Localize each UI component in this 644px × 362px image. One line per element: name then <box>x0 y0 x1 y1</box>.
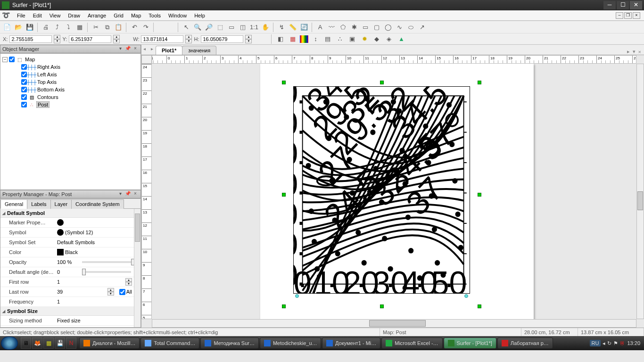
prop-pin-button[interactable]: 📌 <box>124 191 131 197</box>
prop-row[interactable]: Symbol size0.150 cm <box>0 326 134 327</box>
task-button[interactable]: Metodicheskie_u… <box>260 337 321 349</box>
ruler-horizontal[interactable]: -101234567891011121314151617181920212223… <box>152 55 636 64</box>
prop-tab-labels[interactable]: Labels <box>27 199 50 209</box>
handle-nw[interactable] <box>282 81 286 84</box>
rounded-rect-tool[interactable]: ▢ <box>372 22 382 33</box>
menu-file[interactable]: File <box>13 12 29 19</box>
open-button[interactable]: 📂 <box>13 22 24 33</box>
task-button[interactable]: Документ1 - Mi… <box>322 337 380 349</box>
menu-draw[interactable]: Draw <box>64 12 84 19</box>
save-button[interactable]: 💾 <box>25 22 35 33</box>
x-spinner[interactable]: ▲▼ <box>54 35 60 43</box>
prop-row[interactable]: ColorBlack <box>0 247 134 257</box>
spline-area-tool[interactable]: ⬭ <box>405 22 416 33</box>
task-button[interactable]: Microsoft Excel -… <box>381 337 442 349</box>
handle-e[interactable] <box>478 193 481 197</box>
handle-w[interactable] <box>282 193 286 197</box>
w-spinner[interactable]: ▲▼ <box>185 35 192 43</box>
prop-group-symbol-size[interactable]: ◢Symbol Size <box>0 307 134 316</box>
map-wireframe-button[interactable]: ▤ <box>322 34 333 44</box>
plot-viewport[interactable]: 01020304050 0102030405060 24.52729.53234… <box>152 64 636 319</box>
mdi-close-button[interactable]: × <box>633 12 640 19</box>
task-button[interactable]: Лаборатная р… <box>497 337 553 349</box>
map-contour-button[interactable]: ◧ <box>275 34 286 44</box>
prop-group-default-symbol[interactable]: ◢Default Symbol <box>0 209 134 218</box>
prop-close-button[interactable]: × <box>132 191 139 197</box>
expand-icon[interactable]: − <box>2 57 8 62</box>
prop-row[interactable]: Sizing methodFixed size <box>0 316 134 326</box>
tab-plot1[interactable]: Plot1* <box>156 46 182 55</box>
tree-item-post[interactable]: ∴Post <box>15 101 139 108</box>
prop-menu-button[interactable]: ▾ <box>117 191 124 197</box>
rotate-se[interactable] <box>464 294 468 298</box>
actual-size-tool[interactable]: 1:1 <box>249 22 259 33</box>
h-input[interactable] <box>201 35 243 43</box>
mdi-restore-button[interactable]: ❐ <box>624 12 632 19</box>
handle-sw[interactable] <box>282 304 286 308</box>
symbol-tool[interactable]: ✱ <box>349 22 359 33</box>
import-button[interactable]: ⤵ <box>63 22 74 33</box>
map-checkbox[interactable] <box>9 57 15 62</box>
new-button[interactable]: 📄 <box>2 22 12 33</box>
property-body[interactable]: ◢Default SymbolMarker Prope…Symbol(Symbo… <box>0 209 140 327</box>
tab-close-icon[interactable]: × <box>638 49 641 55</box>
ql-save-icon[interactable]: 💾 <box>55 337 65 349</box>
tab-scroll-right-icon[interactable]: ▸ <box>627 49 630 55</box>
undo-button[interactable]: ↶ <box>129 22 140 33</box>
prop-row[interactable]: Last row39▲▼ All <box>0 287 134 297</box>
prop-row[interactable]: Symbol SetDefault Symbols <box>0 238 134 247</box>
digitize-tool[interactable]: ↗ <box>417 22 427 33</box>
h-spinner[interactable]: ▲▼ <box>245 35 252 43</box>
prop-tab-general[interactable]: General <box>0 199 27 209</box>
rotate-sw[interactable] <box>295 294 299 298</box>
mdi-minimize-button[interactable]: – <box>616 12 623 19</box>
polygon-tool[interactable]: ⬠ <box>338 22 348 33</box>
tree-item-contours[interactable]: ▨Contours <box>15 93 139 101</box>
prop-row[interactable]: Frequency1 <box>0 297 134 307</box>
pan-tool[interactable]: ✋ <box>260 22 271 33</box>
map-post-button[interactable]: ∴ <box>335 34 345 44</box>
tree-item-bottom-axis[interactable]: ┼┼┼Bottom Axis <box>15 86 139 93</box>
map-3d-button[interactable]: ◆ <box>372 34 382 44</box>
cut-button[interactable]: ✂ <box>91 22 101 33</box>
redo-button[interactable]: ↷ <box>140 22 151 33</box>
property-scrollbar[interactable] <box>134 209 140 327</box>
panel-pin-button[interactable]: 📌 <box>124 46 131 52</box>
map-watershed-button[interactable]: ✹ <box>359 34 370 44</box>
prop-row[interactable]: Opacity100 % <box>0 257 134 267</box>
menu-map[interactable]: Map <box>127 12 145 19</box>
reshape-tool[interactable]: ↯ <box>276 22 287 33</box>
ql-desktop-icon[interactable]: 🖥 <box>21 337 31 349</box>
prop-tab-coordinate-system[interactable]: Coordinate System <box>71 199 124 209</box>
tree-item-top-axis[interactable]: ┼┼┼Top Axis <box>15 78 139 86</box>
polyline-tool[interactable]: 〰 <box>326 22 337 33</box>
system-tray[interactable]: RU ◂ ↻ ⚑ ⛨ 13:20 <box>587 340 643 346</box>
menu-window[interactable]: Window <box>165 12 190 19</box>
clock[interactable]: 13:20 <box>627 340 640 346</box>
tray-arrow-icon[interactable]: ◂ <box>603 340 605 346</box>
measure-tool[interactable]: 📏 <box>288 22 298 33</box>
handle-n[interactable] <box>380 81 384 84</box>
prop-row[interactable]: First row1▲▼ <box>0 277 134 287</box>
menu-edit[interactable]: Edit <box>29 12 46 19</box>
tray-flag-icon[interactable]: ⚑ <box>613 340 618 346</box>
map-base-button[interactable]: ▣ <box>347 34 357 44</box>
tree-root-map[interactable]: − ⬚ Map <box>2 56 139 63</box>
ql-firefox-icon[interactable]: 🦊 <box>32 337 42 349</box>
menu-arrange[interactable]: Arrange <box>84 12 110 19</box>
task-button[interactable]: Диалоги - Mozill… <box>79 337 140 349</box>
w-input[interactable] <box>141 35 183 43</box>
trackball-tool[interactable]: 🔄 <box>299 22 309 33</box>
prop-tab-layer[interactable]: Layer <box>50 199 72 209</box>
language-indicator[interactable]: RU <box>590 340 601 346</box>
close-button[interactable]: ✕ <box>630 1 642 9</box>
prop-row[interactable]: Default angle (de…0 <box>0 267 134 277</box>
menu-tools[interactable]: Tools <box>145 12 165 19</box>
menu-view[interactable]: View <box>46 12 65 19</box>
spline-tool[interactable]: ∿ <box>394 22 405 33</box>
tree-item-right-axis[interactable]: ┼┼┼Right Axis <box>15 63 139 71</box>
prop-row[interactable]: Marker Prope… <box>0 218 134 228</box>
task-button[interactable]: Surfer - [Plot1*] <box>444 337 496 349</box>
vertical-scrollbar[interactable] <box>636 64 644 319</box>
tab-dropdown-icon[interactable]: ▾ <box>633 49 636 55</box>
